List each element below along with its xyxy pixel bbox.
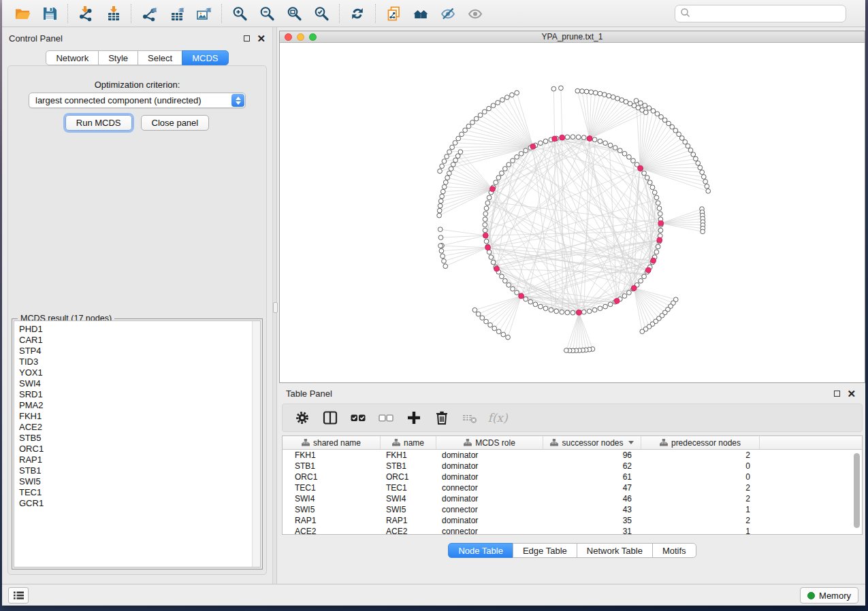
mcds-result-item[interactable]: RAP1 — [19, 455, 260, 465]
zoom-in-button[interactable] — [226, 3, 253, 24]
table-row-SWI4[interactable]: SWI4SWI4dominator462 — [283, 493, 862, 504]
mcds-result-item[interactable]: YOX1 — [19, 367, 260, 378]
mcds-result-item[interactable]: ORC1 — [19, 444, 260, 455]
cell-successor_nodes: 62 — [543, 461, 641, 472]
table-row-STB1[interactable]: STB1STB1dominator620 — [283, 461, 862, 472]
mcds-result-item[interactable]: PMA2 — [19, 400, 260, 411]
mcds-result-item[interactable]: PHD1 — [19, 324, 260, 335]
tab-network[interactable]: Network — [46, 50, 99, 65]
cell-shared_name: FKH1 — [283, 450, 381, 461]
control-panel: Control Panel ✕ NetworkStyleSelectMCDS O… — [2, 27, 272, 584]
mcds-result-item[interactable]: FKH1 — [19, 411, 260, 422]
deselect-all-button[interactable] — [377, 409, 395, 427]
mcds-result-item[interactable]: STP4 — [19, 346, 260, 357]
tab-select[interactable]: Select — [138, 50, 182, 65]
table-row-FKH1[interactable]: FKH1FKH1dominator962 — [283, 450, 862, 461]
save-session-button[interactable] — [36, 3, 63, 24]
cell-mcds_role: dominator — [436, 461, 543, 472]
panel-splitter[interactable] — [272, 27, 277, 584]
zoom-fit-button[interactable] — [280, 3, 308, 24]
mcds-result-group: MCDS result (17 nodes) PHD1CAR1STP4TID3Y… — [12, 318, 263, 569]
cell-predecessor_nodes: 2 — [641, 515, 760, 526]
zoom-fit-icon — [286, 5, 302, 22]
task-history-button[interactable] — [8, 587, 29, 604]
column-header-predecessor-nodes[interactable]: predecessor nodes — [641, 436, 760, 449]
mcds-result-item[interactable]: SWI5 — [19, 476, 260, 487]
add-column-button[interactable] — [405, 409, 423, 427]
memory-button[interactable]: Memory — [800, 587, 858, 604]
close-panel-icon[interactable]: ✕ — [257, 35, 266, 42]
memory-status-icon — [807, 592, 815, 599]
export-image-button[interactable] — [190, 3, 217, 24]
export-network-button[interactable] — [135, 3, 163, 24]
cell-successor_nodes: 47 — [543, 482, 641, 493]
show-all-button[interactable] — [462, 3, 489, 24]
close-table-panel-icon[interactable]: ✕ — [847, 391, 856, 397]
zoom-selected-button[interactable] — [308, 3, 335, 24]
import-table-button[interactable] — [99, 3, 127, 24]
cell-mcds_role: dominator — [436, 515, 543, 526]
delete-table-icon — [462, 410, 478, 426]
zoom-out-button[interactable] — [253, 3, 280, 24]
tab-style[interactable]: Style — [98, 50, 138, 65]
select-all-button[interactable] — [349, 409, 367, 427]
optimization-criterion-dropdown[interactable]: largest connected component (undirected) — [29, 93, 246, 108]
mcds-result-item[interactable]: ACE2 — [19, 422, 260, 433]
toggle-panel-button[interactable] — [321, 409, 339, 427]
cell-shared_name: TEC1 — [283, 482, 381, 493]
open-file-button[interactable] — [9, 3, 36, 24]
hide-selected-button[interactable] — [434, 3, 462, 24]
search-input[interactable] — [693, 9, 846, 19]
run-mcds-button[interactable]: Run MCDS — [65, 115, 132, 131]
mcds-result-item[interactable]: SRD1 — [19, 389, 260, 400]
toggle-panel-icon — [322, 410, 338, 426]
mcds-result-item[interactable]: CAR1 — [19, 335, 260, 346]
table-scrollbar[interactable] — [854, 453, 860, 528]
shared-column-icon — [464, 439, 472, 446]
export-table-button[interactable] — [163, 3, 190, 24]
mcds-result-item[interactable]: TEC1 — [19, 487, 260, 498]
import-network-button[interactable] — [72, 3, 99, 24]
close-panel-button[interactable]: Close panel — [141, 115, 210, 131]
table-row-ORC1[interactable]: ORC1ORC1dominator610 — [283, 472, 862, 482]
cell-predecessor_nodes: 0 — [641, 472, 760, 482]
float-table-panel-icon[interactable] — [834, 391, 840, 397]
tab-mcds[interactable]: MCDS — [182, 50, 228, 65]
table-tabs: Node TableEdge TableNetwork TableMotifs — [279, 543, 865, 558]
network-graph[interactable] — [280, 43, 865, 382]
mcds-result-list[interactable]: PHD1CAR1STP4TID3YOX1SWI4SRD1PMA2FKH1ACE2… — [14, 320, 261, 567]
tab-edge-table[interactable]: Edge Table — [513, 543, 577, 558]
column-header-name[interactable]: name — [381, 436, 436, 449]
table-row-ACE2[interactable]: ACE2ACE2connector311 — [283, 526, 862, 535]
table-row-TEC1[interactable]: TEC1TEC1connector472 — [283, 482, 862, 493]
mcds-result-item[interactable]: SWI4 — [19, 378, 260, 389]
network-canvas[interactable] — [280, 43, 865, 382]
column-header-MCDS-role[interactable]: MCDS role — [436, 436, 543, 449]
network-window-titlebar[interactable]: YPA_prune.txt_1 — [280, 31, 865, 43]
mcds-result-item[interactable]: GCR1 — [19, 498, 260, 509]
delete-columns-button[interactable] — [433, 409, 451, 427]
column-header-successor-nodes[interactable]: successor nodes — [543, 436, 641, 449]
cell-successor_nodes: 96 — [543, 450, 641, 461]
export-image-icon — [195, 5, 212, 22]
search-icon — [680, 7, 690, 20]
mcds-list-scrollbar[interactable] — [252, 321, 260, 567]
mcds-result-item[interactable]: TID3 — [19, 357, 260, 367]
tab-motifs[interactable]: Motifs — [652, 543, 696, 558]
mcds-result-item[interactable]: STB5 — [19, 433, 260, 444]
mcds-result-item[interactable]: STB1 — [19, 465, 260, 476]
copy-network-button[interactable] — [380, 3, 407, 24]
cell-shared_name: STB1 — [283, 461, 381, 472]
first-neighbors-button[interactable] — [407, 3, 434, 24]
tab-network-table[interactable]: Network Table — [577, 543, 653, 558]
application-window: Control Panel ✕ NetworkStyleSelectMCDS O… — [2, 0, 865, 606]
table-row-RAP1[interactable]: RAP1RAP1dominator352 — [283, 515, 862, 526]
search-field[interactable] — [675, 5, 846, 22]
toolbar-separator — [67, 4, 68, 23]
table-settings-button[interactable] — [293, 409, 311, 427]
column-header-shared-name[interactable]: shared name — [283, 436, 381, 449]
tab-node-table[interactable]: Node Table — [448, 543, 513, 558]
refresh-button[interactable] — [344, 3, 371, 24]
table-row-SWI5[interactable]: SWI5SWI5connector431 — [283, 504, 862, 515]
float-panel-icon[interactable] — [244, 35, 250, 42]
